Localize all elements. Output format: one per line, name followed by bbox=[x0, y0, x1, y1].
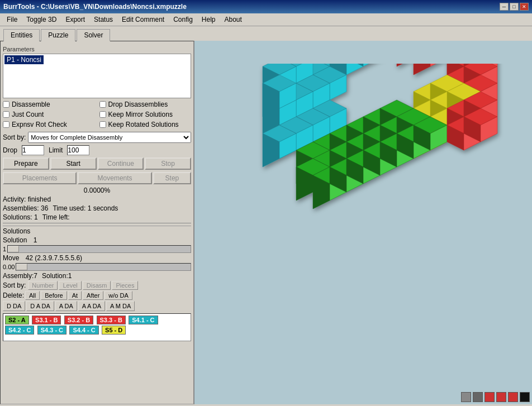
drop-disassemblies-checkbox[interactable] bbox=[99, 101, 106, 108]
tag-s41c[interactable]: S4.1 - C bbox=[129, 316, 158, 324]
movements-button[interactable]: Movements bbox=[78, 172, 151, 184]
tag-s2a[interactable]: S2 - A bbox=[5, 316, 29, 324]
continue-button[interactable]: Continue bbox=[98, 157, 144, 170]
menu-about[interactable]: About bbox=[220, 15, 246, 25]
tab-puzzle[interactable]: Puzzle bbox=[41, 29, 75, 41]
sort-by-select[interactable]: Moves for Complete Disassembly bbox=[28, 132, 191, 143]
menu-bar: File Toggle 3D Export Status Edit Commen… bbox=[0, 13, 532, 26]
window-controls: ─ □ ✕ bbox=[500, 3, 529, 11]
tag-s31b[interactable]: S3.1 - B bbox=[32, 316, 61, 324]
disassemble-label: Disassemble bbox=[12, 101, 50, 108]
tab-solver[interactable]: Solver bbox=[77, 29, 110, 41]
limit-input[interactable] bbox=[67, 145, 89, 155]
tag-s44c[interactable]: S4.4 - C bbox=[69, 326, 98, 335]
delete-wo-da[interactable]: w/o DA bbox=[104, 291, 132, 300]
just-count-checkbox[interactable] bbox=[3, 111, 10, 118]
placements-button[interactable]: Placements bbox=[3, 172, 77, 184]
tab-entities[interactable]: Entities bbox=[3, 29, 40, 41]
delete-at[interactable]: At bbox=[68, 291, 82, 300]
disassemble-checkbox[interactable] bbox=[3, 101, 10, 108]
expnsv-rot-label: Expnsv Rot Check bbox=[12, 121, 67, 128]
solutions-count: 1 bbox=[34, 213, 38, 221]
tag-s5d[interactable]: S5 - D bbox=[102, 326, 126, 335]
move-scroll-thumb bbox=[16, 264, 27, 270]
activity-label: Activity: bbox=[3, 195, 26, 203]
menu-export[interactable]: Export bbox=[61, 15, 89, 25]
status-icon-1 bbox=[461, 392, 471, 402]
status-icon-5 bbox=[508, 392, 518, 402]
a-a-da-btn[interactable]: A A DA bbox=[78, 301, 105, 311]
prepare-button[interactable]: Prepare bbox=[3, 157, 49, 170]
main-content: Parameters P1 - Noncsi Disassemble Just … bbox=[0, 41, 532, 404]
status-icon-6 bbox=[520, 392, 530, 402]
minimize-button[interactable]: ─ bbox=[500, 3, 509, 11]
menu-file[interactable]: File bbox=[2, 15, 22, 25]
keep-mirror-checkbox[interactable] bbox=[99, 111, 106, 118]
sort-row2: Sort by: Number Level Disasm Pieces bbox=[3, 281, 191, 290]
checkboxes-area: Disassemble Just Count Expnsv Rot Check … bbox=[3, 101, 191, 130]
sort-pieces[interactable]: Pieces bbox=[112, 281, 138, 290]
keep-rotated-checkbox[interactable] bbox=[99, 121, 106, 128]
params-label: Parameters bbox=[3, 46, 191, 52]
tag-s42c[interactable]: S4.2 - C bbox=[5, 326, 34, 335]
nav-buttons-row: Placements Movements Step bbox=[3, 172, 191, 184]
sort-by-label: Sort by: bbox=[3, 133, 26, 141]
time-used-area: Time used: 1 seconds bbox=[53, 204, 118, 212]
d-da-btn[interactable]: D DA bbox=[3, 301, 25, 311]
solution-scrollbar: 1 bbox=[3, 245, 191, 253]
tag-s33b[interactable]: S3.3 - B bbox=[97, 316, 126, 324]
tag-s43c[interactable]: S4.3 - C bbox=[37, 326, 66, 335]
sort-buttons: Number Level Disasm Pieces bbox=[28, 281, 138, 290]
d-a-da-btn[interactable]: D A DA bbox=[26, 301, 54, 311]
close-button[interactable]: ✕ bbox=[520, 3, 529, 11]
scroll-left-val: 1 bbox=[3, 246, 6, 252]
tab-bar: Entities Puzzle Solver bbox=[0, 26, 532, 41]
tag-s32b[interactable]: S3.2 - B bbox=[64, 316, 93, 324]
a-m-da-btn[interactable]: A M DA bbox=[106, 301, 135, 311]
menu-config[interactable]: Config bbox=[169, 15, 197, 25]
status-icon-4 bbox=[496, 392, 506, 402]
expnsv-rot-checkbox[interactable] bbox=[3, 121, 10, 128]
menu-status[interactable]: Status bbox=[89, 15, 117, 25]
delete-label: Delete: bbox=[3, 292, 24, 299]
keep-mirror-row: Keep Mirror Solutions bbox=[99, 111, 192, 118]
params-item[interactable]: P1 - Noncsi bbox=[4, 55, 44, 64]
solution-scroll-thumb bbox=[8, 246, 19, 252]
sort-level[interactable]: Level bbox=[59, 281, 81, 290]
solution-tags-row2: S4.2 - C S4.3 - C S4.4 - C S5 - D bbox=[4, 325, 189, 335]
assembly-label: Assembly:7 bbox=[3, 272, 37, 280]
time-left-area: Time left: bbox=[42, 213, 70, 221]
move-scrollbar: 0.00 bbox=[3, 263, 191, 271]
a-da-btn[interactable]: A DA bbox=[55, 301, 77, 311]
delete-before[interactable]: Before bbox=[41, 291, 66, 300]
sort-by-row: Sort by: Moves for Complete Disassembly bbox=[3, 132, 191, 143]
menu-help[interactable]: Help bbox=[197, 15, 220, 25]
step-button[interactable]: Step bbox=[153, 172, 191, 184]
left-checkboxes: Disassemble Just Count Expnsv Rot Check bbox=[3, 101, 95, 130]
assemblies-row: Assemblies: 36 Time used: 1 seconds bbox=[3, 204, 191, 212]
time-used-value: 1 seconds bbox=[88, 204, 118, 212]
action-buttons-row: Prepare Start Continue Stop bbox=[3, 157, 191, 170]
move-hscroll[interactable] bbox=[16, 263, 191, 271]
solutions-section-label: Solutions bbox=[3, 226, 191, 235]
title-bar: BurrTools - C:\Users\VB_VN\Downloads\Non… bbox=[0, 0, 532, 13]
menu-toggle3d[interactable]: Toggle 3D bbox=[22, 15, 61, 25]
delete-all[interactable]: All bbox=[25, 291, 40, 300]
progress-value: 0.0000% bbox=[84, 187, 110, 194]
puzzle-view[interactable] bbox=[194, 41, 532, 404]
menu-edit-comment[interactable]: Edit Comment bbox=[117, 15, 169, 25]
maximize-button[interactable]: □ bbox=[510, 3, 519, 11]
sort-number[interactable]: Number bbox=[28, 281, 58, 290]
solution-number: 1 bbox=[34, 236, 37, 244]
delete-after[interactable]: After bbox=[83, 291, 103, 300]
keep-rotated-row: Keep Rotated Solutions bbox=[99, 121, 192, 128]
solution-hscroll[interactable] bbox=[7, 245, 191, 253]
puzzle-svg bbox=[207, 64, 520, 382]
drop-input[interactable] bbox=[22, 145, 44, 155]
bottom-icons-area bbox=[461, 392, 530, 402]
start-button[interactable]: Start bbox=[50, 157, 97, 170]
assemblies-label: Assemblies: 36 bbox=[3, 204, 48, 212]
sort-disasm[interactable]: Disasm bbox=[83, 281, 111, 290]
move-label: Move bbox=[3, 254, 19, 262]
stop-button[interactable]: Stop bbox=[145, 157, 191, 170]
